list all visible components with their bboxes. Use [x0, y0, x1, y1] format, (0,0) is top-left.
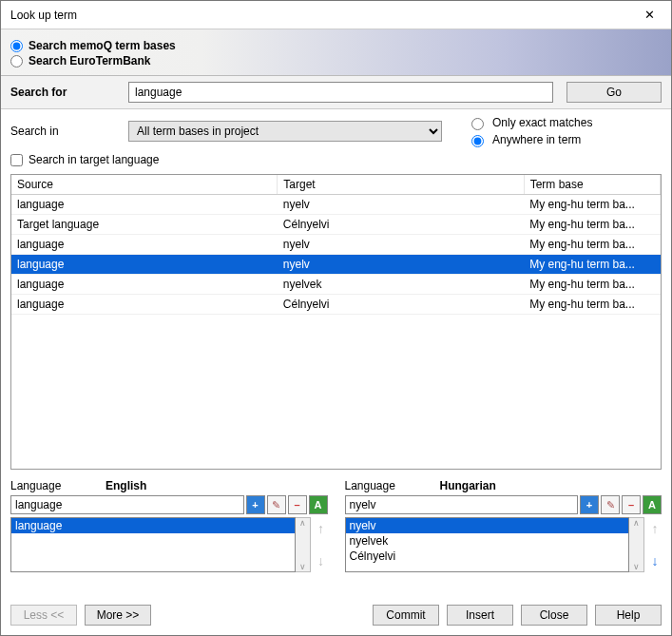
table-row[interactable]: languagenyelvMy eng-hu term ba...	[11, 255, 661, 275]
table-row[interactable]: languagenyelvMy eng-hu term ba...	[11, 235, 661, 255]
table-cell: My eng-hu term ba...	[524, 235, 660, 255]
source-term-list[interactable]: language	[10, 517, 296, 572]
target-format-icon[interactable]: A	[643, 495, 662, 514]
source-scrollbar[interactable]: ∧∨	[296, 517, 311, 572]
col-target[interactable]: Target	[278, 175, 524, 195]
source-language-value: English	[106, 479, 146, 492]
table-cell: My eng-hu term ba...	[524, 195, 660, 215]
search-bar: Search for Go	[1, 76, 671, 109]
lookup-term-window: Look up term ✕ Search memoQ term bases S…	[0, 0, 672, 636]
titlebar: Look up term ✕	[1, 1, 671, 29]
source-term-input[interactable]	[10, 495, 244, 514]
footer-buttons: Less << More >> Commit Insert Close Help	[1, 599, 671, 635]
table-cell: Célnyelvi	[278, 215, 524, 235]
table-cell: language	[11, 195, 278, 215]
close-button[interactable]: Close	[521, 605, 587, 626]
window-title: Look up term	[10, 9, 635, 22]
results-table[interactable]: Source Target Term base languagenyelvMy …	[10, 174, 662, 470]
table-row[interactable]: languageCélnyelviMy eng-hu term ba...	[11, 295, 661, 315]
search-for-input[interactable]	[128, 82, 553, 103]
search-scope-panel: Search memoQ term bases Search EuroTermB…	[1, 29, 671, 76]
target-add-icon[interactable]: +	[580, 495, 599, 514]
search-eurotermbank-radio[interactable]	[10, 55, 23, 67]
list-item[interactable]: nyelvek	[346, 533, 629, 549]
source-insert-icon[interactable]: ✎	[267, 495, 286, 514]
table-cell: My eng-hu term ba...	[524, 275, 660, 295]
source-pane: Language English + ✎ – A language ∧∨ ↑ ↓	[10, 479, 328, 595]
target-insert-icon[interactable]: ✎	[601, 495, 620, 514]
source-move-down-icon[interactable]: ↓	[317, 553, 324, 569]
target-term-list[interactable]: nyelvnyelvekCélnyelvi	[345, 517, 630, 572]
target-delete-icon[interactable]: –	[622, 495, 641, 514]
anywhere-label[interactable]: Anywhere in term	[492, 133, 581, 146]
table-cell: Célnyelvi	[278, 295, 524, 315]
search-eurotermbank-label[interactable]: Search EuroTermBank	[29, 54, 151, 67]
table-cell: language	[11, 235, 278, 255]
more-button[interactable]: More >>	[85, 605, 151, 626]
search-memoq-label[interactable]: Search memoQ term bases	[29, 39, 176, 52]
target-reorder-arrows: ↑ ↓	[644, 517, 662, 572]
source-language-label: Language	[10, 479, 67, 492]
table-cell: My eng-hu term ba...	[524, 255, 660, 275]
go-button[interactable]: Go	[566, 82, 662, 103]
table-cell: My eng-hu term ba...	[524, 215, 660, 235]
table-row[interactable]: languagenyelvekMy eng-hu term ba...	[11, 275, 661, 295]
results-wrap: Source Target Term base languagenyelvMy …	[1, 174, 671, 475]
close-icon[interactable]: ✕	[635, 5, 663, 26]
target-move-down-icon[interactable]: ↓	[652, 553, 659, 569]
table-cell: nyelv	[278, 235, 524, 255]
col-source[interactable]: Source	[11, 175, 278, 195]
match-radios: Only exact matches Anywhere in term	[467, 115, 592, 147]
only-exact-radio[interactable]	[471, 118, 484, 130]
less-button[interactable]: Less <<	[10, 605, 77, 626]
help-button[interactable]: Help	[595, 605, 662, 626]
options-row: Search in All term bases in project Only…	[1, 109, 671, 174]
target-language-value: Hungarian	[440, 479, 496, 492]
search-in-select[interactable]: All term bases in project	[128, 121, 442, 142]
anywhere-radio[interactable]	[471, 135, 484, 147]
list-item[interactable]: Célnyelvi	[346, 549, 629, 564]
target-language-label: Language	[345, 479, 402, 492]
table-cell: My eng-hu term ba...	[524, 295, 660, 315]
list-item[interactable]: nyelv	[346, 518, 629, 533]
search-target-lang-checkbox[interactable]	[10, 154, 23, 166]
table-cell: language	[11, 275, 278, 295]
source-format-icon[interactable]: A	[309, 495, 328, 514]
search-for-label: Search for	[10, 86, 115, 99]
source-reorder-arrows: ↑ ↓	[311, 517, 328, 572]
table-cell: nyelv	[278, 255, 524, 275]
only-exact-label[interactable]: Only exact matches	[492, 116, 592, 129]
source-delete-icon[interactable]: –	[288, 495, 307, 514]
target-move-up-icon[interactable]: ↑	[652, 521, 659, 536]
source-move-up-icon[interactable]: ↑	[317, 521, 324, 536]
source-add-icon[interactable]: +	[246, 495, 265, 514]
results-header-row[interactable]: Source Target Term base	[11, 175, 661, 195]
table-cell: nyelv	[278, 195, 524, 215]
insert-button[interactable]: Insert	[447, 605, 513, 626]
table-row[interactable]: Target languageCélnyelviMy eng-hu term b…	[11, 215, 661, 235]
table-cell: language	[11, 295, 278, 315]
term-edit-panels: Language English + ✎ – A language ∧∨ ↑ ↓	[1, 475, 671, 599]
target-pane: Language Hungarian + ✎ – A nyelvnyelvekC…	[345, 479, 662, 595]
search-in-label: Search in	[10, 125, 115, 138]
search-memoq-radio[interactable]	[10, 40, 23, 52]
table-cell: language	[11, 255, 278, 275]
table-row[interactable]: languagenyelvMy eng-hu term ba...	[11, 195, 661, 215]
search-target-lang-label[interactable]: Search in target language	[29, 153, 159, 166]
commit-button[interactable]: Commit	[373, 605, 439, 626]
table-cell: nyelvek	[278, 275, 524, 295]
target-scrollbar[interactable]: ∧∨	[629, 517, 644, 572]
table-cell: Target language	[11, 215, 278, 235]
target-term-input[interactable]	[345, 495, 579, 514]
list-item[interactable]: language	[11, 518, 295, 533]
col-termbase[interactable]: Term base	[524, 175, 660, 195]
